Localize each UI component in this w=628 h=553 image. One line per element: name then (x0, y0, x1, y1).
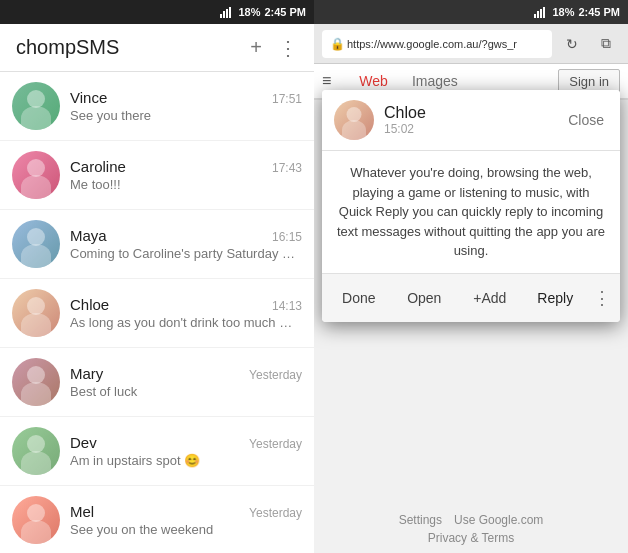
conv-content-chloe: Chloe 14:13 As long as you don't drink t… (70, 296, 302, 330)
qr-actions: Done Open +Add Reply ⋮ (322, 274, 620, 322)
conv-name-caroline: Caroline (70, 158, 126, 175)
conversation-item-chloe[interactable]: Chloe 14:13 As long as you don't drink t… (0, 279, 314, 348)
lock-icon: 🔒 (330, 37, 345, 51)
avatar-chloe (12, 289, 60, 337)
conv-time-vince: 17:51 (272, 92, 302, 106)
avatar-vince (12, 82, 60, 130)
svg-rect-6 (540, 9, 542, 18)
conv-name-chloe: Chloe (70, 296, 109, 313)
conversation-item-dev[interactable]: Dev Yesterday Am in upstairs spot 😊 (0, 417, 314, 486)
conv-preview-mary: Best of luck (70, 384, 302, 399)
qr-sender-avatar (334, 100, 374, 140)
browser-footer: Settings Use Google.com Privacy & Terms (314, 505, 628, 553)
svg-rect-5 (537, 11, 539, 18)
conv-preview-caroline: Me too!!! (70, 177, 302, 192)
conv-time-dev: Yesterday (249, 437, 302, 451)
conv-time-maya: 16:15 (272, 230, 302, 244)
conversation-item-caroline[interactable]: Caroline 17:43 Me too!!! (0, 141, 314, 210)
conv-preview-mel: See you on the weekend (70, 522, 302, 537)
svg-rect-7 (543, 7, 545, 18)
svg-rect-0 (220, 14, 222, 18)
browser-battery: 18% (552, 6, 574, 18)
conv-name-mary: Mary (70, 365, 103, 382)
avatar-dev (12, 427, 60, 475)
qr-header: Chloe 15:02 Close (322, 90, 620, 151)
conv-content-mary: Mary Yesterday Best of luck (70, 365, 302, 399)
conv-time-mary: Yesterday (249, 368, 302, 382)
conv-name-dev: Dev (70, 434, 97, 451)
conv-time-chloe: 14:13 (272, 299, 302, 313)
qr-add-button[interactable]: +Add (457, 282, 523, 314)
conv-preview-maya: Coming to Caroline's party Saturday nigh… (70, 246, 302, 261)
address-input[interactable]: 🔒 https://www.google.com.au/?gws_r (322, 30, 552, 58)
avatar-caroline (12, 151, 60, 199)
avatar-maya (12, 220, 60, 268)
conv-content-caroline: Caroline 17:43 Me too!!! (70, 158, 302, 192)
browser-panel: 18% 2:45 PM 🔒 https://www.google.com.au/… (314, 0, 628, 553)
signal-icon (220, 6, 234, 18)
avatar-mel (12, 496, 60, 544)
app-header: chompSMS + ⋮ (0, 24, 314, 72)
qr-sender-name: Chloe (384, 104, 554, 122)
conv-time-caroline: 17:43 (272, 161, 302, 175)
status-time-left: 2:45 PM (264, 6, 306, 18)
browser-signal-icon (534, 6, 548, 18)
add-button[interactable]: + (250, 36, 262, 59)
status-bar-left: 18% 2:45 PM (0, 0, 314, 24)
conv-name-mel: Mel (70, 503, 94, 520)
qr-time: 15:02 (384, 122, 554, 136)
qr-reply-button[interactable]: Reply (523, 282, 589, 314)
svg-rect-2 (226, 9, 228, 18)
address-text: https://www.google.com.au/?gws_r (347, 38, 517, 50)
qr-name-block: Chloe 15:02 (384, 104, 554, 136)
conv-preview-chloe: As long as you don't drink too much 🍺 an… (70, 315, 302, 330)
footer-privacy: Privacy & Terms (322, 531, 620, 545)
quick-reply-popup: Chloe 15:02 Close Whatever you're doing,… (322, 90, 620, 322)
app-title: chompSMS (16, 36, 250, 59)
conv-preview-vince: See you there (70, 108, 302, 123)
qr-more-button[interactable]: ⋮ (588, 287, 616, 309)
conv-name-maya: Maya (70, 227, 107, 244)
conv-content-mel: Mel Yesterday See you on the weekend (70, 503, 302, 537)
footer-privacy-terms[interactable]: Privacy & Terms (428, 531, 514, 545)
header-icons: + ⋮ (250, 36, 298, 60)
qr-done-button[interactable]: Done (326, 282, 392, 314)
conv-content-dev: Dev Yesterday Am in upstairs spot 😊 (70, 434, 302, 468)
tabs-button[interactable]: ⧉ (592, 30, 620, 58)
svg-rect-3 (229, 7, 231, 18)
conversation-item-mary[interactable]: Mary Yesterday Best of luck (0, 348, 314, 417)
qr-message-text: Whatever you're doing, browsing the web,… (322, 151, 620, 274)
svg-rect-4 (534, 14, 536, 18)
reload-button[interactable]: ↻ (558, 30, 586, 58)
conv-preview-dev: Am in upstairs spot 😊 (70, 453, 302, 468)
browser-status-bar: 18% 2:45 PM (314, 0, 628, 24)
sms-app-panel: 18% 2:45 PM chompSMS + ⋮ Vince 17:51 See… (0, 0, 314, 553)
conversation-item-maya[interactable]: Maya 16:15 Coming to Caroline's party Sa… (0, 210, 314, 279)
qr-close-button[interactable]: Close (564, 108, 608, 132)
browser-time: 2:45 PM (578, 6, 620, 18)
conv-time-mel: Yesterday (249, 506, 302, 520)
browser-menu-icon[interactable]: ≡ (322, 72, 331, 90)
more-button[interactable]: ⋮ (278, 36, 298, 60)
footer-links: Settings Use Google.com (322, 513, 620, 527)
conversation-item-vince[interactable]: Vince 17:51 See you there (0, 72, 314, 141)
conv-content-vince: Vince 17:51 See you there (70, 89, 302, 123)
avatar-mary (12, 358, 60, 406)
status-battery-left: 18% (238, 6, 260, 18)
browser-address-bar: 🔒 https://www.google.com.au/?gws_r ↻ ⧉ (314, 24, 628, 64)
conversation-item-mel[interactable]: Mel Yesterday See you on the weekend (0, 486, 314, 553)
svg-rect-1 (223, 11, 225, 18)
footer-use-google[interactable]: Use Google.com (454, 513, 543, 527)
conv-content-maya: Maya 16:15 Coming to Caroline's party Sa… (70, 227, 302, 261)
qr-open-button[interactable]: Open (392, 282, 458, 314)
footer-settings[interactable]: Settings (399, 513, 442, 527)
conv-name-vince: Vince (70, 89, 107, 106)
conversation-list: Vince 17:51 See you there Caroline 17:43… (0, 72, 314, 553)
